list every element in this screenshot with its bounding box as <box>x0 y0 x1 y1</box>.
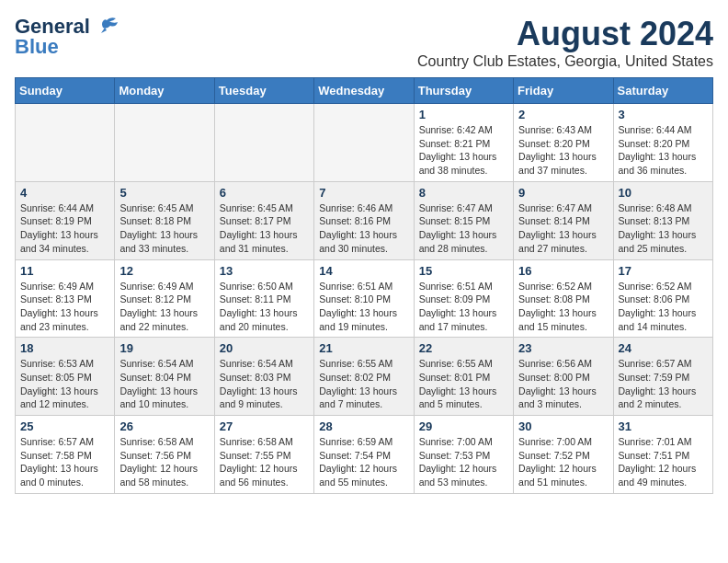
day-info: Sunrise: 6:53 AM Sunset: 8:05 PM Dayligh… <box>20 357 109 411</box>
day-number: 3 <box>619 108 708 121</box>
table-row: 26Sunrise: 6:58 AM Sunset: 7:56 PM Dayli… <box>115 416 214 494</box>
calendar-table: Sunday Monday Tuesday Wednesday Thursday… <box>15 77 713 494</box>
day-number: 15 <box>419 264 508 278</box>
day-number: 8 <box>419 186 508 200</box>
table-row: 12Sunrise: 6:49 AM Sunset: 8:12 PM Dayli… <box>115 259 214 338</box>
table-row: 5Sunrise: 6:45 AM Sunset: 8:18 PM Daylig… <box>115 181 214 259</box>
table-row: 25Sunrise: 6:57 AM Sunset: 7:58 PM Dayli… <box>16 416 115 494</box>
day-info: Sunrise: 6:57 AM Sunset: 7:59 PM Dayligh… <box>619 357 708 411</box>
day-info: Sunrise: 6:54 AM Sunset: 8:04 PM Dayligh… <box>119 357 209 411</box>
col-wednesday: Wednesday <box>314 78 414 104</box>
day-number: 16 <box>518 264 608 278</box>
table-row: 16Sunrise: 6:52 AM Sunset: 8:08 PM Dayli… <box>514 259 613 338</box>
calendar-header-row: Sunday Monday Tuesday Wednesday Thursday… <box>16 78 713 104</box>
logo-bird-icon <box>94 17 119 37</box>
table-row: 11Sunrise: 6:49 AM Sunset: 8:13 PM Dayli… <box>16 259 115 338</box>
col-friday: Friday <box>514 78 613 104</box>
day-number: 28 <box>319 419 408 433</box>
day-info: Sunrise: 6:52 AM Sunset: 8:08 PM Dayligh… <box>518 280 608 334</box>
day-number: 18 <box>20 341 109 355</box>
day-info: Sunrise: 6:50 AM Sunset: 8:11 PM Dayligh… <box>220 280 309 334</box>
day-info: Sunrise: 6:49 AM Sunset: 8:12 PM Dayligh… <box>119 280 209 334</box>
day-number: 22 <box>419 341 508 355</box>
day-number: 12 <box>119 264 209 278</box>
page-title: August 2024 <box>417 15 713 53</box>
table-row: 21Sunrise: 6:55 AM Sunset: 8:02 PM Dayli… <box>314 338 414 416</box>
table-row: 8Sunrise: 6:47 AM Sunset: 8:15 PM Daylig… <box>414 181 513 259</box>
day-info: Sunrise: 7:00 AM Sunset: 7:52 PM Dayligh… <box>518 435 608 489</box>
day-info: Sunrise: 6:56 AM Sunset: 8:00 PM Dayligh… <box>518 357 608 411</box>
table-row: 29Sunrise: 7:00 AM Sunset: 7:53 PM Dayli… <box>414 416 513 494</box>
table-row <box>115 104 214 182</box>
table-row: 2Sunrise: 6:43 AM Sunset: 8:20 PM Daylig… <box>514 104 613 182</box>
page-header: General Blue August 2024 Country Club Es… <box>15 15 713 70</box>
day-number: 20 <box>220 341 309 355</box>
day-info: Sunrise: 6:43 AM Sunset: 8:20 PM Dayligh… <box>518 123 608 178</box>
day-number: 25 <box>20 419 109 433</box>
table-row: 15Sunrise: 6:51 AM Sunset: 8:09 PM Dayli… <box>414 259 513 338</box>
col-tuesday: Tuesday <box>214 78 313 104</box>
logo: General Blue <box>15 15 119 59</box>
day-number: 4 <box>20 186 109 200</box>
day-number: 30 <box>518 419 608 433</box>
table-row <box>214 104 313 182</box>
table-row: 14Sunrise: 6:51 AM Sunset: 8:10 PM Dayli… <box>314 259 414 338</box>
table-row: 23Sunrise: 6:56 AM Sunset: 8:00 PM Dayli… <box>514 338 613 416</box>
col-saturday: Saturday <box>613 78 712 104</box>
day-info: Sunrise: 6:44 AM Sunset: 8:20 PM Dayligh… <box>619 123 708 178</box>
table-row: 20Sunrise: 6:54 AM Sunset: 8:03 PM Dayli… <box>214 338 313 416</box>
day-info: Sunrise: 6:45 AM Sunset: 8:17 PM Dayligh… <box>220 201 309 256</box>
day-info: Sunrise: 7:01 AM Sunset: 7:51 PM Dayligh… <box>619 435 708 489</box>
table-row: 7Sunrise: 6:46 AM Sunset: 8:16 PM Daylig… <box>314 181 414 259</box>
table-row: 18Sunrise: 6:53 AM Sunset: 8:05 PM Dayli… <box>16 338 115 416</box>
day-number: 19 <box>119 341 209 355</box>
page-subtitle: Country Club Estates, Georgia, United St… <box>417 53 713 70</box>
table-row: 30Sunrise: 7:00 AM Sunset: 7:52 PM Dayli… <box>514 416 613 494</box>
day-number: 5 <box>119 186 209 200</box>
table-row: 22Sunrise: 6:55 AM Sunset: 8:01 PM Dayli… <box>414 338 513 416</box>
table-row: 10Sunrise: 6:48 AM Sunset: 8:13 PM Dayli… <box>613 181 712 259</box>
day-info: Sunrise: 6:46 AM Sunset: 8:16 PM Dayligh… <box>319 201 408 256</box>
day-number: 17 <box>619 264 708 278</box>
day-number: 21 <box>319 341 408 355</box>
day-number: 6 <box>220 186 309 200</box>
calendar-week-1: 1Sunrise: 6:42 AM Sunset: 8:21 PM Daylig… <box>16 104 713 182</box>
table-row: 17Sunrise: 6:52 AM Sunset: 8:06 PM Dayli… <box>613 259 712 338</box>
table-row: 6Sunrise: 6:45 AM Sunset: 8:17 PM Daylig… <box>214 181 313 259</box>
day-info: Sunrise: 6:58 AM Sunset: 7:55 PM Dayligh… <box>220 435 309 489</box>
day-info: Sunrise: 6:42 AM Sunset: 8:21 PM Dayligh… <box>419 123 508 178</box>
calendar-week-4: 18Sunrise: 6:53 AM Sunset: 8:05 PM Dayli… <box>16 338 713 416</box>
logo-blue: Blue <box>15 35 59 59</box>
table-row: 13Sunrise: 6:50 AM Sunset: 8:11 PM Dayli… <box>214 259 313 338</box>
day-number: 31 <box>619 419 708 433</box>
col-sunday: Sunday <box>16 78 115 104</box>
day-info: Sunrise: 6:55 AM Sunset: 8:02 PM Dayligh… <box>319 357 408 411</box>
day-number: 1 <box>419 108 508 121</box>
day-info: Sunrise: 6:52 AM Sunset: 8:06 PM Dayligh… <box>619 280 708 334</box>
day-number: 23 <box>518 341 608 355</box>
day-info: Sunrise: 6:48 AM Sunset: 8:13 PM Dayligh… <box>619 201 708 256</box>
day-info: Sunrise: 6:47 AM Sunset: 8:14 PM Dayligh… <box>518 201 608 256</box>
table-row: 24Sunrise: 6:57 AM Sunset: 7:59 PM Dayli… <box>613 338 712 416</box>
table-row <box>314 104 414 182</box>
day-info: Sunrise: 6:47 AM Sunset: 8:15 PM Dayligh… <box>419 201 508 256</box>
calendar-week-5: 25Sunrise: 6:57 AM Sunset: 7:58 PM Dayli… <box>16 416 713 494</box>
day-info: Sunrise: 6:57 AM Sunset: 7:58 PM Dayligh… <box>20 435 109 489</box>
day-number: 11 <box>20 264 109 278</box>
day-info: Sunrise: 6:59 AM Sunset: 7:54 PM Dayligh… <box>319 435 408 489</box>
day-number: 7 <box>319 186 408 200</box>
day-number: 2 <box>518 108 608 121</box>
table-row: 9Sunrise: 6:47 AM Sunset: 8:14 PM Daylig… <box>514 181 613 259</box>
day-info: Sunrise: 6:49 AM Sunset: 8:13 PM Dayligh… <box>20 280 109 334</box>
table-row: 19Sunrise: 6:54 AM Sunset: 8:04 PM Dayli… <box>115 338 214 416</box>
day-number: 27 <box>220 419 309 433</box>
day-number: 26 <box>119 419 209 433</box>
day-number: 13 <box>220 264 309 278</box>
calendar-week-3: 11Sunrise: 6:49 AM Sunset: 8:13 PM Dayli… <box>16 259 713 338</box>
day-info: Sunrise: 7:00 AM Sunset: 7:53 PM Dayligh… <box>419 435 508 489</box>
day-info: Sunrise: 6:54 AM Sunset: 8:03 PM Dayligh… <box>220 357 309 411</box>
day-number: 14 <box>319 264 408 278</box>
day-number: 29 <box>419 419 508 433</box>
table-row <box>16 104 115 182</box>
day-info: Sunrise: 6:58 AM Sunset: 7:56 PM Dayligh… <box>119 435 209 489</box>
